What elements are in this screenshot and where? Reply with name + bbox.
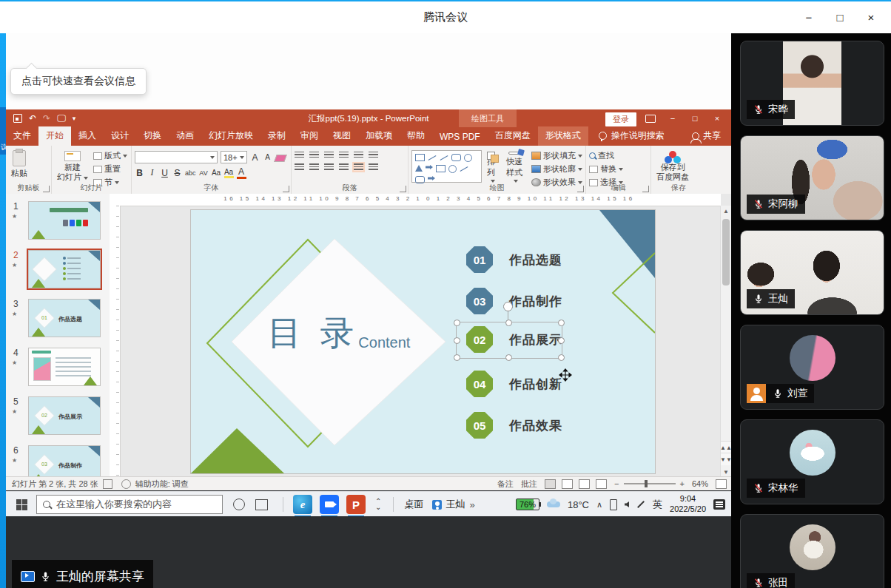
shape-fill-button[interactable]: 形状填充 <box>531 150 582 161</box>
toolbar-overflow-chevron[interactable]: » <box>469 499 474 510</box>
ime-indicator[interactable]: 英 <box>653 498 662 511</box>
selection-handle-nw[interactable] <box>454 320 460 326</box>
shape-outline-button[interactable]: 形状轮廓 <box>531 163 582 175</box>
tab-file[interactable]: 文件 <box>6 126 38 146</box>
highlight-color-button[interactable]: Aa <box>224 168 234 178</box>
paste-button[interactable]: 粘贴 <box>9 148 30 183</box>
pen-tray-icon[interactable] <box>637 501 645 508</box>
ppt-minimize-button[interactable]: − <box>662 109 684 127</box>
minimize-button[interactable]: − <box>796 7 821 27</box>
tab-help[interactable]: 帮助 <box>400 126 432 146</box>
columns-icon[interactable] <box>369 163 378 171</box>
tell-me-search[interactable]: 操作说明搜索 <box>588 129 672 146</box>
toc-item-04[interactable]: 04 作品创新 <box>466 371 562 397</box>
slide-thumbnail-3[interactable]: 3 ★ 01 作品选题 <box>6 299 110 337</box>
shape-selection-box[interactable] <box>456 322 562 359</box>
selection-handle-se[interactable] <box>558 354 565 361</box>
text-direction-icon[interactable] <box>369 152 378 159</box>
participant-tile-songaliu[interactable]: 宋阿柳 <box>740 135 884 220</box>
taskbar-clock[interactable]: 9:04 2022/5/20 <box>670 494 706 515</box>
slide-thumbnail-2[interactable]: 2 ★ <box>6 250 110 288</box>
new-slide-button[interactable]: 新建幻灯片 <box>55 148 90 183</box>
scroll-up-arrow[interactable]: ▲ <box>721 206 731 216</box>
clipboard-dialog-launcher[interactable] <box>43 186 50 192</box>
line-spacing-icon[interactable] <box>354 152 363 159</box>
normal-view-button[interactable] <box>545 479 556 489</box>
zoom-percent[interactable]: 64% <box>692 479 708 488</box>
close-button[interactable]: × <box>858 7 884 27</box>
replace-button[interactable]: 替换 <box>589 163 623 175</box>
tab-addins[interactable]: 加载项 <box>358 126 400 146</box>
line-shape-icon[interactable] <box>428 155 437 160</box>
taskbar-search-input[interactable]: 在这里输入你要搜索的内容 <box>36 495 223 514</box>
decrease-indent-icon[interactable] <box>324 152 334 159</box>
undo-icon[interactable]: ↶ <box>29 114 36 123</box>
slide-thumbnail-4[interactable]: 4 ★ <box>6 348 110 386</box>
curve-shape-icon[interactable] <box>460 166 468 172</box>
ppt-close-button[interactable]: × <box>706 109 728 127</box>
participant-sidebar[interactable]: 宋晔 宋阿柳 <box>731 33 891 588</box>
spellcheck-icon[interactable] <box>103 479 112 489</box>
participant-tile-wangcan[interactable]: 王灿 <box>740 230 884 315</box>
toc-item-05[interactable]: 05 作品效果 <box>466 412 562 439</box>
toc-item-03[interactable]: 03 作品制作 <box>466 288 562 314</box>
selection-handle-w[interactable] <box>454 337 460 344</box>
start-slideshow-icon[interactable]: 🖵 <box>57 114 66 123</box>
comments-toggle[interactable]: 批注 <box>521 479 537 490</box>
grow-font-button[interactable]: A <box>250 152 260 163</box>
slide-thumbnail-5[interactable]: 5 ★ 02 作品展示 <box>6 396 110 435</box>
redo-icon[interactable]: ↷ <box>43 114 50 123</box>
font-name-combobox[interactable] <box>135 151 218 163</box>
desktop-toolbar[interactable]: 桌面 <box>404 498 423 511</box>
tab-review[interactable]: 审阅 <box>293 126 326 146</box>
shapes-gallery[interactable] <box>411 150 482 183</box>
previous-slide-button[interactable]: ▲▲ <box>721 441 731 453</box>
zoom-slider-thumb[interactable] <box>645 480 648 487</box>
tencent-meeting-taskbar-icon[interactable] <box>320 495 339 514</box>
justify-icon[interactable] <box>339 163 349 171</box>
participant-tile-liuxuan[interactable]: 刘萱 <box>740 325 884 410</box>
align-center-icon[interactable] <box>309 163 319 171</box>
slide-scrollbar[interactable]: ▲ ▲▲ ▼▼ ▼ <box>720 206 731 477</box>
start-button[interactable] <box>16 499 27 510</box>
shrink-font-button[interactable]: A <box>263 153 272 161</box>
scroll-down-arrow[interactable]: ▼ <box>721 467 731 477</box>
participant-tile-songye[interactable]: 宋晔 <box>740 41 884 126</box>
zoom-slider[interactable]: −+ <box>614 479 685 488</box>
rounded-rect-shape-icon[interactable] <box>451 154 461 161</box>
slide-title[interactable]: 目 录Content <box>232 311 446 356</box>
line-shape-icon[interactable] <box>440 155 448 160</box>
edge-taskbar-icon[interactable]: e <box>293 495 312 514</box>
slide-thumbnail-1[interactable]: 1 ★ <box>6 201 110 240</box>
fit-to-window-button[interactable] <box>716 479 727 489</box>
temperature-label[interactable]: 18°C <box>568 499 589 510</box>
hidden-icons-chevron[interactable]: ∧ <box>596 500 602 510</box>
numbering-icon[interactable] <box>309 152 319 159</box>
selection-handle-s[interactable] <box>505 354 512 361</box>
thumbnail-preview-current[interactable] <box>28 250 101 288</box>
taskbar-chevron-icon[interactable]: ⌃⌄ <box>375 499 381 510</box>
character-spacing-button[interactable]: AV <box>199 169 209 177</box>
tab-insert[interactable]: 插入 <box>71 126 104 146</box>
save-icon[interactable] <box>13 114 22 123</box>
strikethrough-button[interactable]: S <box>172 168 182 178</box>
selection-handle-sw[interactable] <box>454 354 460 361</box>
sign-in-button[interactable]: 登录 <box>605 112 636 126</box>
notes-toggle[interactable]: 备注 <box>497 479 514 490</box>
accessibility-status[interactable]: 辅助功能: 调查 <box>135 479 189 490</box>
share-button[interactable]: 共享 <box>692 129 731 146</box>
oval-shape-icon[interactable] <box>464 154 472 162</box>
speaker-icon[interactable] <box>625 501 629 507</box>
selection-handle-e[interactable] <box>558 337 565 344</box>
tab-view[interactable]: 视图 <box>326 126 358 146</box>
arrow-shape-icon[interactable] <box>426 165 433 169</box>
next-slide-button[interactable]: ▼▼ <box>721 453 731 465</box>
participant-tile-songlinhua[interactable]: 宋林华 <box>740 419 884 504</box>
selection-handle-ne[interactable] <box>558 320 565 326</box>
editing-dialog-launcher[interactable] <box>642 186 649 192</box>
font-size-combobox[interactable]: 18+ <box>221 151 247 163</box>
thumbnail-preview[interactable]: 01 作品选题 <box>28 299 101 337</box>
scroll-thumb[interactable] <box>722 219 730 285</box>
cortana-button[interactable] <box>233 499 245 510</box>
action-center-icon[interactable] <box>713 499 725 510</box>
